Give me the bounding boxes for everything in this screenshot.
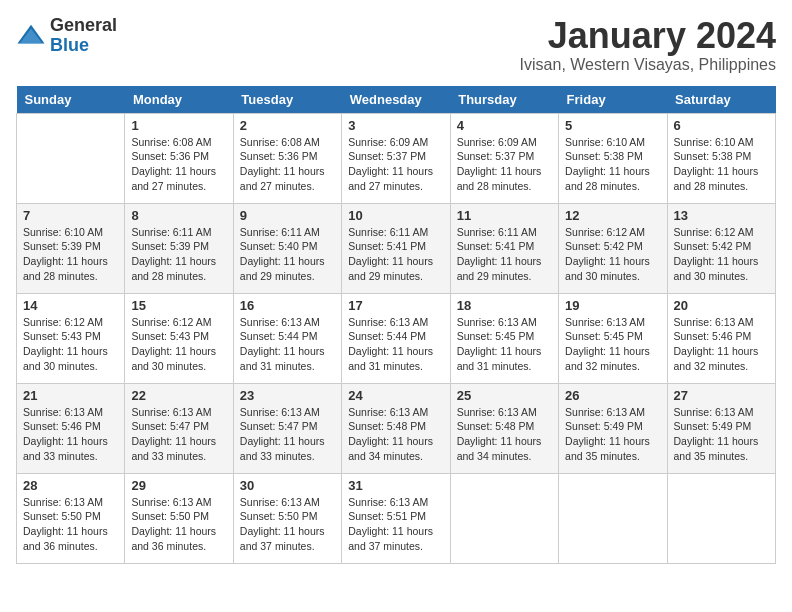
day-info: Sunrise: 6:11 AMSunset: 5:40 PMDaylight:… <box>240 225 335 284</box>
calendar-cell: 10Sunrise: 6:11 AMSunset: 5:41 PMDayligh… <box>342 203 450 293</box>
day-info: Sunrise: 6:13 AMSunset: 5:50 PMDaylight:… <box>23 495 118 554</box>
day-info: Sunrise: 6:11 AMSunset: 5:39 PMDaylight:… <box>131 225 226 284</box>
calendar-cell: 18Sunrise: 6:13 AMSunset: 5:45 PMDayligh… <box>450 293 558 383</box>
weekday-header-wednesday: Wednesday <box>342 86 450 114</box>
calendar-cell: 9Sunrise: 6:11 AMSunset: 5:40 PMDaylight… <box>233 203 341 293</box>
calendar-cell: 11Sunrise: 6:11 AMSunset: 5:41 PMDayligh… <box>450 203 558 293</box>
calendar-cell <box>667 473 775 563</box>
day-number: 12 <box>565 208 660 223</box>
day-info: Sunrise: 6:09 AMSunset: 5:37 PMDaylight:… <box>348 135 443 194</box>
day-number: 9 <box>240 208 335 223</box>
day-number: 24 <box>348 388 443 403</box>
day-number: 31 <box>348 478 443 493</box>
calendar-cell <box>17 113 125 203</box>
day-info: Sunrise: 6:13 AMSunset: 5:47 PMDaylight:… <box>131 405 226 464</box>
calendar-cell: 27Sunrise: 6:13 AMSunset: 5:49 PMDayligh… <box>667 383 775 473</box>
location-title: Ivisan, Western Visayas, Philippines <box>520 56 776 74</box>
logo-general: General <box>50 16 117 36</box>
day-info: Sunrise: 6:13 AMSunset: 5:48 PMDaylight:… <box>348 405 443 464</box>
day-info: Sunrise: 6:11 AMSunset: 5:41 PMDaylight:… <box>457 225 552 284</box>
day-number: 11 <box>457 208 552 223</box>
day-info: Sunrise: 6:13 AMSunset: 5:44 PMDaylight:… <box>240 315 335 374</box>
day-info: Sunrise: 6:13 AMSunset: 5:51 PMDaylight:… <box>348 495 443 554</box>
day-info: Sunrise: 6:12 AMSunset: 5:42 PMDaylight:… <box>674 225 769 284</box>
day-info: Sunrise: 6:08 AMSunset: 5:36 PMDaylight:… <box>240 135 335 194</box>
calendar-cell: 26Sunrise: 6:13 AMSunset: 5:49 PMDayligh… <box>559 383 667 473</box>
day-number: 13 <box>674 208 769 223</box>
calendar-cell: 14Sunrise: 6:12 AMSunset: 5:43 PMDayligh… <box>17 293 125 383</box>
calendar-cell: 21Sunrise: 6:13 AMSunset: 5:46 PMDayligh… <box>17 383 125 473</box>
calendar-cell: 4Sunrise: 6:09 AMSunset: 5:37 PMDaylight… <box>450 113 558 203</box>
calendar-cell: 24Sunrise: 6:13 AMSunset: 5:48 PMDayligh… <box>342 383 450 473</box>
day-number: 18 <box>457 298 552 313</box>
day-number: 10 <box>348 208 443 223</box>
calendar-cell: 3Sunrise: 6:09 AMSunset: 5:37 PMDaylight… <box>342 113 450 203</box>
weekday-header-tuesday: Tuesday <box>233 86 341 114</box>
calendar-cell: 17Sunrise: 6:13 AMSunset: 5:44 PMDayligh… <box>342 293 450 383</box>
day-info: Sunrise: 6:13 AMSunset: 5:46 PMDaylight:… <box>23 405 118 464</box>
day-number: 1 <box>131 118 226 133</box>
day-number: 30 <box>240 478 335 493</box>
calendar-cell: 19Sunrise: 6:13 AMSunset: 5:45 PMDayligh… <box>559 293 667 383</box>
day-info: Sunrise: 6:13 AMSunset: 5:45 PMDaylight:… <box>565 315 660 374</box>
weekday-header-sunday: Sunday <box>17 86 125 114</box>
day-number: 15 <box>131 298 226 313</box>
day-number: 16 <box>240 298 335 313</box>
calendar-cell: 1Sunrise: 6:08 AMSunset: 5:36 PMDaylight… <box>125 113 233 203</box>
day-info: Sunrise: 6:12 AMSunset: 5:43 PMDaylight:… <box>23 315 118 374</box>
day-info: Sunrise: 6:13 AMSunset: 5:45 PMDaylight:… <box>457 315 552 374</box>
day-info: Sunrise: 6:10 AMSunset: 5:38 PMDaylight:… <box>565 135 660 194</box>
day-number: 21 <box>23 388 118 403</box>
day-info: Sunrise: 6:13 AMSunset: 5:46 PMDaylight:… <box>674 315 769 374</box>
day-info: Sunrise: 6:10 AMSunset: 5:39 PMDaylight:… <box>23 225 118 284</box>
calendar-cell: 12Sunrise: 6:12 AMSunset: 5:42 PMDayligh… <box>559 203 667 293</box>
day-info: Sunrise: 6:13 AMSunset: 5:44 PMDaylight:… <box>348 315 443 374</box>
day-number: 23 <box>240 388 335 403</box>
day-number: 6 <box>674 118 769 133</box>
day-info: Sunrise: 6:13 AMSunset: 5:50 PMDaylight:… <box>131 495 226 554</box>
weekday-header-saturday: Saturday <box>667 86 775 114</box>
day-number: 5 <box>565 118 660 133</box>
day-number: 2 <box>240 118 335 133</box>
day-number: 20 <box>674 298 769 313</box>
logo-blue: Blue <box>50 36 117 56</box>
day-number: 14 <box>23 298 118 313</box>
day-number: 19 <box>565 298 660 313</box>
day-number: 4 <box>457 118 552 133</box>
calendar-week-1: 1Sunrise: 6:08 AMSunset: 5:36 PMDaylight… <box>17 113 776 203</box>
page-header: General Blue January 2024 Ivisan, Wester… <box>16 16 776 74</box>
calendar-cell: 7Sunrise: 6:10 AMSunset: 5:39 PMDaylight… <box>17 203 125 293</box>
weekday-header-friday: Friday <box>559 86 667 114</box>
day-number: 7 <box>23 208 118 223</box>
calendar-cell: 29Sunrise: 6:13 AMSunset: 5:50 PMDayligh… <box>125 473 233 563</box>
day-info: Sunrise: 6:11 AMSunset: 5:41 PMDaylight:… <box>348 225 443 284</box>
calendar-cell: 20Sunrise: 6:13 AMSunset: 5:46 PMDayligh… <box>667 293 775 383</box>
calendar-cell: 31Sunrise: 6:13 AMSunset: 5:51 PMDayligh… <box>342 473 450 563</box>
calendar-cell: 15Sunrise: 6:12 AMSunset: 5:43 PMDayligh… <box>125 293 233 383</box>
calendar-cell: 6Sunrise: 6:10 AMSunset: 5:38 PMDaylight… <box>667 113 775 203</box>
day-info: Sunrise: 6:12 AMSunset: 5:43 PMDaylight:… <box>131 315 226 374</box>
day-number: 25 <box>457 388 552 403</box>
calendar-cell: 16Sunrise: 6:13 AMSunset: 5:44 PMDayligh… <box>233 293 341 383</box>
calendar-cell <box>559 473 667 563</box>
day-info: Sunrise: 6:09 AMSunset: 5:37 PMDaylight:… <box>457 135 552 194</box>
day-info: Sunrise: 6:13 AMSunset: 5:48 PMDaylight:… <box>457 405 552 464</box>
day-info: Sunrise: 6:10 AMSunset: 5:38 PMDaylight:… <box>674 135 769 194</box>
calendar-week-3: 14Sunrise: 6:12 AMSunset: 5:43 PMDayligh… <box>17 293 776 383</box>
weekday-header-monday: Monday <box>125 86 233 114</box>
calendar-cell: 5Sunrise: 6:10 AMSunset: 5:38 PMDaylight… <box>559 113 667 203</box>
day-info: Sunrise: 6:12 AMSunset: 5:42 PMDaylight:… <box>565 225 660 284</box>
calendar-cell: 8Sunrise: 6:11 AMSunset: 5:39 PMDaylight… <box>125 203 233 293</box>
weekday-header-thursday: Thursday <box>450 86 558 114</box>
calendar-cell: 22Sunrise: 6:13 AMSunset: 5:47 PMDayligh… <box>125 383 233 473</box>
day-info: Sunrise: 6:13 AMSunset: 5:49 PMDaylight:… <box>565 405 660 464</box>
calendar-week-2: 7Sunrise: 6:10 AMSunset: 5:39 PMDaylight… <box>17 203 776 293</box>
logo: General Blue <box>16 16 117 56</box>
day-number: 26 <box>565 388 660 403</box>
title-area: January 2024 Ivisan, Western Visayas, Ph… <box>520 16 776 74</box>
calendar-week-5: 28Sunrise: 6:13 AMSunset: 5:50 PMDayligh… <box>17 473 776 563</box>
day-info: Sunrise: 6:13 AMSunset: 5:49 PMDaylight:… <box>674 405 769 464</box>
day-info: Sunrise: 6:13 AMSunset: 5:50 PMDaylight:… <box>240 495 335 554</box>
logo-icon <box>16 21 46 51</box>
day-number: 8 <box>131 208 226 223</box>
